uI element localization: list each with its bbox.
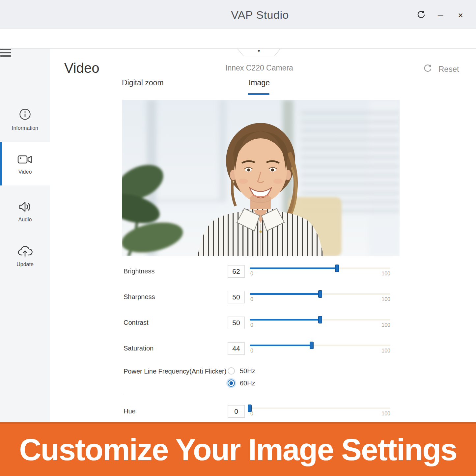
- sidebar-item-video[interactable]: Video: [0, 142, 50, 185]
- radio-option-60hz[interactable]: 60Hz: [228, 379, 255, 387]
- active-indicator: [0, 142, 2, 185]
- sidebar-item-information[interactable]: Information: [0, 107, 50, 137]
- saturation-value-input[interactable]: [228, 342, 245, 355]
- sidebar-item-label: Update: [16, 262, 34, 267]
- slider-min-label: 0: [250, 348, 253, 354]
- slider-handle[interactable]: [318, 316, 322, 323]
- section-divider: [124, 394, 395, 394]
- video-camera-icon: [0, 154, 50, 166]
- device-selector[interactable]: Innex C220 Camera: [225, 64, 293, 72]
- sidebar-item-label: Information: [12, 125, 38, 131]
- reset-button[interactable]: Reset: [423, 63, 469, 76]
- saturation-slider[interactable]: 0 100: [250, 345, 390, 346]
- hue-slider[interactable]: 0 100: [250, 407, 390, 409]
- radio-label: 50Hz: [240, 367, 255, 375]
- chevron-down-icon: ▼: [257, 49, 261, 53]
- hue-value-input[interactable]: [228, 405, 245, 418]
- page-title: Video: [64, 60, 99, 76]
- window-refresh-button[interactable]: [414, 8, 428, 22]
- slider-min-label: 0: [250, 411, 253, 417]
- sidebar-item-update[interactable]: Update: [0, 246, 50, 275]
- saturation-label: Saturation: [124, 345, 154, 352]
- brightness-slider[interactable]: 0 100: [250, 267, 390, 269]
- slider-max-label: 100: [381, 411, 390, 417]
- active-tab-underline: [248, 93, 269, 95]
- radio-label: 60Hz: [240, 379, 255, 387]
- brightness-value-input[interactable]: [228, 265, 245, 278]
- slider-min-label: 0: [250, 296, 253, 302]
- radio-button[interactable]: [228, 379, 235, 387]
- close-icon: ×: [458, 10, 463, 20]
- brightness-label: Brightness: [124, 267, 155, 275]
- camera-preview: [122, 100, 400, 256]
- preview-illustration: [122, 100, 400, 256]
- minimize-button[interactable]: –: [433, 8, 448, 22]
- title-bar: VAP Studio – ×: [0, 0, 476, 29]
- slider-max-label: 100: [381, 322, 390, 328]
- slider-fill: [250, 267, 337, 269]
- slider-handle[interactable]: [335, 265, 339, 272]
- slider-max-label: 100: [381, 296, 390, 302]
- slider-fill: [250, 319, 320, 321]
- radio-button[interactable]: [228, 367, 235, 375]
- slider-fill: [250, 345, 312, 346]
- speaker-icon: [0, 201, 50, 214]
- slider-max-label: 100: [381, 271, 390, 277]
- close-button[interactable]: ×: [453, 8, 468, 22]
- radio-dot: [230, 381, 233, 385]
- tab-image[interactable]: Image: [249, 78, 270, 87]
- sharpness-slider[interactable]: 0 100: [250, 293, 390, 295]
- sidebar-item-label: Video: [18, 169, 32, 175]
- device-bar: Innex C220 Camera: [0, 29, 476, 49]
- sharpness-label: Sharpness: [124, 293, 155, 301]
- sidebar-item-label: Audio: [18, 217, 32, 222]
- info-icon: [0, 107, 50, 123]
- device-dropdown-tab[interactable]: ▼: [238, 49, 280, 57]
- sidebar-item-audio[interactable]: Audio: [0, 201, 50, 231]
- contrast-value-input[interactable]: [228, 317, 245, 329]
- slider-min-label: 0: [250, 322, 253, 328]
- menu-icon[interactable]: [0, 49, 11, 57]
- slider-handle[interactable]: [318, 290, 322, 298]
- contrast-slider[interactable]: 0 100: [250, 319, 390, 321]
- slider-fill: [250, 293, 320, 295]
- refresh-icon: [416, 10, 426, 21]
- minimize-icon: –: [438, 10, 443, 21]
- slider-max-label: 100: [381, 348, 390, 354]
- tab-digital-zoom[interactable]: Digital zoom: [122, 78, 164, 87]
- app-title: VAP Studio: [231, 9, 289, 21]
- contrast-label: Contrast: [124, 319, 149, 326]
- power-line-frequency-label: Power Line Frequency(Anti Flicker): [124, 368, 226, 375]
- slider-handle[interactable]: [310, 342, 314, 349]
- hue-label: Hue: [124, 407, 136, 415]
- reset-label: Reset: [438, 65, 459, 74]
- promo-banner: Customize Your Image Settings: [0, 422, 476, 476]
- radio-option-50hz[interactable]: 50Hz: [228, 367, 255, 375]
- refresh-icon: [423, 63, 433, 75]
- cloud-upload-icon: [0, 246, 50, 259]
- slider-track[interactable]: [250, 407, 390, 409]
- banner-text: Customize Your Image Settings: [19, 432, 457, 467]
- sharpness-value-input[interactable]: [228, 291, 245, 303]
- sidebar: Information Video Audio: [0, 49, 50, 422]
- slider-min-label: 0: [250, 271, 253, 277]
